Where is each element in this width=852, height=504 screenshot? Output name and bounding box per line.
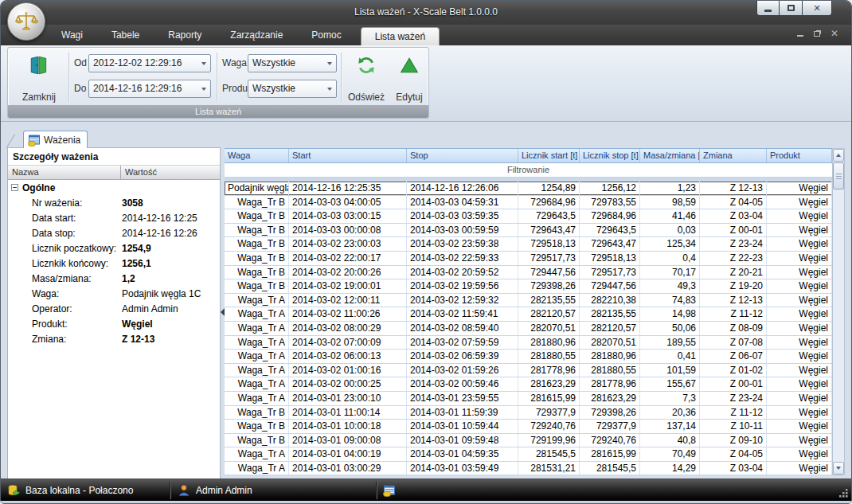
edytuj-button[interactable]: Edytuj: [391, 50, 428, 106]
detail-value: Z 12-13: [121, 334, 220, 345]
scroll-up-button[interactable]: [833, 149, 844, 162]
table-column-header[interactable]: Masa/zmiana [t]: [640, 149, 700, 162]
table-cell: 2014-03-02 06:00:13: [289, 350, 407, 363]
table-column-header[interactable]: Produkt: [767, 149, 832, 162]
table-cell: 2014-03-03 03:59:35: [407, 209, 518, 223]
odswiez-button[interactable]: Odśwież: [343, 50, 389, 106]
od-date-combo[interactable]: 2012-12-02 12:29:16: [88, 54, 211, 72]
detail-row[interactable]: Data start:2014-12-16 12:25: [8, 210, 220, 225]
column-header-wartosc[interactable]: Wartość: [121, 166, 220, 179]
menu-wagi[interactable]: Wagi: [47, 25, 97, 45]
detail-row[interactable]: Data stop:2014-12-16 12:26: [8, 225, 220, 240]
table-cell: 2014-03-03 00:00:08: [289, 224, 407, 237]
table-cell: Waga_Tr A: [225, 447, 289, 461]
menu-tabele[interactable]: Tabele: [97, 25, 154, 45]
detail-row[interactable]: Nr ważenia:3058: [8, 195, 220, 210]
menu-pomoc[interactable]: Pomoc: [297, 25, 355, 45]
produkt-combo[interactable]: Wszystkie: [248, 80, 337, 98]
mdi-restore-icon[interactable]: [814, 31, 820, 37]
waga-combo[interactable]: Wszystkie: [248, 54, 337, 72]
details-column-headers: Nazwa Wartość: [8, 166, 220, 180]
table-column-header[interactable]: Start: [289, 149, 407, 162]
table-row[interactable]: Waga_Tr A2014-03-02 07:00:092014-03-02 0…: [225, 336, 832, 350]
table-row[interactable]: Waga_Tr A2014-03-01 03:00:292014-03-01 0…: [225, 462, 832, 475]
table-row[interactable]: Waga_Tr B2014-03-03 04:00:052014-03-03 0…: [225, 196, 832, 210]
table-cell: Węgiel: [767, 252, 832, 265]
od-label: Od: [74, 54, 87, 72]
table-row[interactable]: Waga_Tr B2014-03-02 23:00:032014-03-02 2…: [225, 237, 832, 252]
detail-row[interactable]: Operator:Admin Admin: [8, 301, 220, 316]
table-row[interactable]: Waga_Tr B2014-03-02 22:00:172014-03-02 2…: [225, 252, 832, 266]
filter-row[interactable]: Filtrowanie: [225, 163, 832, 178]
table-row[interactable]: Waga_Tr B2014-03-01 10:00:182014-03-01 1…: [225, 420, 832, 434]
maximize-button[interactable]: [780, 1, 803, 16]
scrollbar-thumb[interactable]: [833, 162, 844, 189]
close-button[interactable]: ✕: [803, 1, 832, 16]
zamknij-button[interactable]: Zamknij: [14, 50, 64, 106]
table-cell: 2014-03-02 00:59:46: [407, 377, 518, 391]
detail-row[interactable]: Zmiana:Z 12-13: [8, 331, 220, 346]
table-cell: 1,23: [640, 182, 700, 195]
table-row[interactable]: Waga_Tr B2014-03-01 11:00:142014-03-01 1…: [225, 406, 832, 420]
table-row[interactable]: Waga_Tr A2014-03-02 06:00:132014-03-02 0…: [225, 350, 832, 364]
table-cell: 2014-03-01 11:59:39: [407, 406, 518, 420]
collapse-icon[interactable]: [11, 184, 18, 191]
app-menu-button[interactable]: [7, 2, 45, 41]
od-date-value: 2012-12-02 12:29:16: [93, 57, 182, 68]
table-row[interactable]: Waga_Tr B2014-03-03 00:00:082014-03-03 0…: [225, 224, 832, 238]
table-row[interactable]: Waga_Tr A2014-03-01 04:00:192014-03-01 0…: [225, 447, 832, 462]
minimize-button[interactable]: [756, 1, 780, 16]
details-group-row[interactable]: Ogólne: [8, 180, 220, 195]
table-cell: 281778,96: [580, 377, 640, 391]
table-row[interactable]: Waga_Tr B2014-03-02 20:00:262014-03-02 2…: [225, 266, 832, 280]
tab-wazenia[interactable]: Ważenia: [23, 131, 88, 148]
tab-strip-decoration: [6, 134, 15, 147]
ribbon-separator: [68, 53, 69, 102]
table-cell: 2014-03-01 10:59:44: [407, 420, 518, 433]
table-cell: Z 03-04: [700, 462, 767, 475]
detail-name: Licznik poczatkowy:: [8, 243, 121, 254]
table-cell: Węgiel: [767, 196, 832, 209]
table-cell: 281880,55: [580, 364, 640, 377]
do-date-combo[interactable]: 2014-12-16 12:29:16: [88, 80, 211, 98]
detail-row[interactable]: Waga:Podajnik węgla 1C: [8, 286, 220, 301]
table-row[interactable]: Waga_Tr B2014-03-03 03:00:152014-03-03 0…: [225, 209, 832, 224]
title-bar[interactable]: Lista ważeń - X-Scale Belt 1.0.0.0 ✕: [1, 1, 851, 25]
app-window: Lista ważeń - X-Scale Belt 1.0.0.0 ✕ Wag…: [0, 0, 852, 504]
table-cell: 70,49: [640, 447, 700, 461]
mdi-minimize-icon[interactable]: [797, 35, 803, 37]
resize-grip[interactable]: [838, 488, 848, 498]
detail-row[interactable]: Licznkik końcowy:1256,1: [8, 256, 220, 271]
table-row[interactable]: Waga_Tr B2014-03-02 19:00:012014-03-02 1…: [225, 279, 832, 294]
table-column-header[interactable]: Licznik start [t]: [518, 149, 580, 162]
table-column-header[interactable]: Zmiana: [700, 149, 767, 162]
table-column-header[interactable]: Stop: [407, 149, 518, 162]
detail-row[interactable]: Produkt:Węgiel: [8, 316, 220, 331]
table-cell: Węgiel: [767, 447, 832, 461]
column-header-nazwa[interactable]: Nazwa: [8, 166, 121, 179]
table-row[interactable]: Waga_Tr B2014-03-01 09:00:082014-03-01 0…: [225, 434, 832, 448]
table-cell: Waga_Tr B: [225, 209, 289, 223]
menu-zarzadzanie[interactable]: Zarządzanie: [216, 25, 297, 45]
detail-row[interactable]: Masa/zmiana:1,2: [8, 271, 220, 286]
table-row[interactable]: Waga_Tr A2014-03-02 12:00:112014-03-02 1…: [225, 294, 832, 308]
table-cell: 281623,29: [518, 377, 580, 391]
table-row[interactable]: Waga_Tr A2014-03-02 11:00:262014-03-02 1…: [225, 307, 832, 322]
tab-lista-wazen[interactable]: Lista ważeń: [361, 27, 440, 45]
table-cell: Z 03-04: [700, 209, 767, 223]
table-row[interactable]: Waga_Tr A2014-03-01 23:00:102014-03-01 2…: [225, 392, 832, 406]
table-column-header[interactable]: Waga: [225, 149, 289, 162]
do-date-value: 2014-12-16 12:29:16: [93, 83, 182, 94]
scroll-down-button[interactable]: [833, 462, 844, 475]
table-row[interactable]: Waga_Tr A2014-03-02 00:00:252014-03-02 0…: [225, 377, 832, 392]
table-row[interactable]: Waga_Tr A2014-03-02 08:00:292014-03-02 0…: [225, 322, 832, 336]
vertical-scrollbar[interactable]: [832, 148, 845, 475]
table-row[interactable]: Waga_Tr A2014-03-02 01:00:162014-03-02 0…: [225, 364, 832, 378]
mdi-close-icon[interactable]: ✕: [831, 29, 838, 37]
menu-raporty[interactable]: Raporty: [154, 25, 216, 45]
detail-row[interactable]: Licznik poczatkowy:1254,9: [8, 240, 220, 256]
table-row[interactable]: Podajnik węgla 1C2014-12-16 12:25:352014…: [225, 182, 832, 196]
ribbon-separator: [341, 53, 342, 102]
door-icon: [29, 55, 49, 76]
table-column-header[interactable]: Licznik stop [t]: [580, 149, 640, 162]
